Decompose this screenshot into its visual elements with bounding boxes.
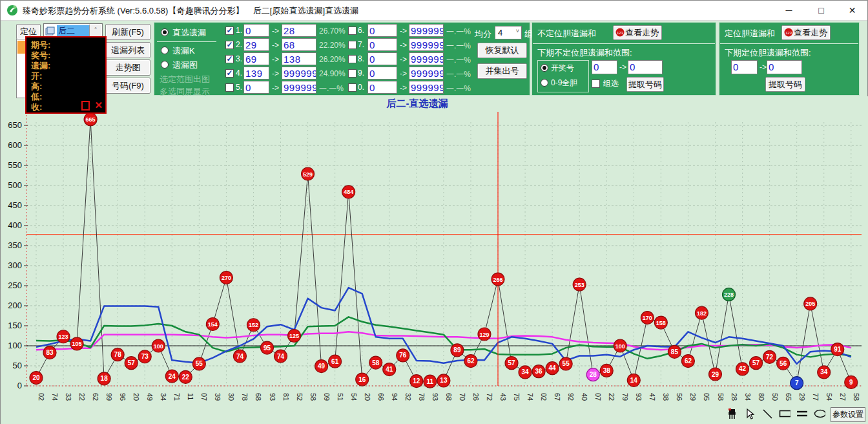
x-tick-label: 51 [336,393,344,401]
fix-to-input[interactable]: 0 [767,60,802,74]
x-tick-label: 29 [798,393,806,401]
fix-panel: 定位胆遗漏和 查看走势 123 下期定位胆遗漏和范围: 0 -> 0 提取号码 [719,22,860,96]
nofix-extract-button[interactable]: 提取号码 [626,77,664,92]
range-to-input[interactable]: 999999 [409,52,444,65]
nofix-to-input[interactable]: 0 [628,60,663,74]
minimize-button[interactable]: ─ [774,1,803,20]
x-tick-label: 54 [825,393,833,401]
range-from-input[interactable]: 0 [367,24,397,37]
range-from-input[interactable]: 139 [243,67,269,80]
data-point-value: 158 [656,320,666,326]
y-tick-label: 600 [8,140,22,150]
nofix-from-input[interactable]: 0 [592,60,617,74]
data-point-value: 76 [399,352,407,359]
drawing-toolbar: X [727,405,843,422]
range-from-input[interactable]: 0 [367,67,397,80]
radio-draw-number[interactable] [541,64,548,72]
range-row-checkbox[interactable] [348,26,356,35]
range-row-checkbox[interactable]: ✓ [225,55,234,63]
group-select-checkbox[interactable] [592,80,600,88]
x-tick-label: 78 [418,393,426,401]
y-tick-label: 250 [8,281,22,290]
range-to-input[interactable]: 999999 [409,24,444,37]
restore-default-button[interactable]: 恢复默认 [477,43,527,58]
data-point-value: 7 [795,379,799,387]
x-tick-label: 68 [254,393,262,401]
data-point-value: 74 [277,353,285,360]
range-to-input[interactable]: 999999 [282,67,316,80]
radio-direct-miss[interactable] [161,28,169,36]
range-row-checkbox[interactable] [348,55,356,63]
ellipse-icon[interactable] [814,408,825,419]
data-point-value: 253 [575,282,584,288]
data-point-value: 29 [712,371,719,378]
range-row-checkbox[interactable]: ✓ [225,41,234,49]
range-to-input[interactable]: 28 [282,24,316,37]
close-button[interactable]: ✕ [838,1,867,20]
data-point-value: 28 [590,371,597,378]
x-tick-label: 20 [364,393,371,401]
x-tick-label: 26 [472,393,480,401]
radio-all-0-9[interactable] [541,79,548,87]
data-point-value: 14 [630,377,638,384]
fix-extract-button[interactable]: 提取号码 [765,77,805,92]
range-to-input[interactable]: 999999 [409,81,444,94]
range-to-input[interactable]: 68 [282,38,316,51]
miss-list-button[interactable]: 遗漏列表 [105,42,150,58]
x-tick-label: 58 [309,393,317,401]
range-to-input[interactable]: 999999 [409,67,444,80]
fix-from-input[interactable]: 0 [731,60,758,74]
fix-subtitle: 下期定位胆遗漏和范围: [725,47,811,59]
range-row-checkbox[interactable]: ✓ [225,26,234,35]
refresh-button[interactable]: 刷新(F5) [105,24,150,40]
double-line-icon[interactable] [796,408,808,419]
radio-miss-chart[interactable] [161,61,169,69]
x-tick-label: 93 [635,393,643,401]
range-from-input[interactable]: 0 [243,81,269,94]
range-arrow: -> [400,41,407,50]
union-output-button[interactable]: 并集出号 [477,63,527,79]
app-window: 臻奇妙彩票趋势分析系统 (Ver:5.6.0.58)【奇趣腾讯分分彩】 后二[原… [0,0,868,424]
range-row-checkbox[interactable] [348,83,356,92]
x-tick-label: 49 [146,393,154,401]
range-from-input[interactable]: 0 [367,81,397,94]
parameter-settings-button[interactable]: 参数设置 [831,407,865,422]
radio-miss-k[interactable] [161,47,169,54]
x-tick-label: 02 [540,393,548,401]
brush-icon[interactable] [727,408,738,419]
range-row-checkbox[interactable] [348,69,356,78]
rect-icon[interactable] [779,408,790,419]
line-icon[interactable] [761,408,773,419]
range-from-input[interactable]: 29 [243,38,269,51]
data-point-value: 665 [86,116,96,123]
svg-text:123: 123 [785,31,792,35]
range-from-input[interactable]: 0 [367,38,397,51]
x-tick-label: 66 [377,393,385,401]
range-to-input[interactable]: 999999 [282,81,316,94]
radio-all-0-9-label: 0-9全胆 [551,78,577,89]
data-point-value: 205 [805,301,815,307]
range-to-input[interactable]: 138 [282,52,316,65]
cursor-icon[interactable] [744,408,756,419]
range-from-input[interactable]: 0 [243,24,269,37]
x-tick-label: 74 [526,393,534,401]
numbers-button[interactable]: 号码(F9) [105,78,150,94]
range-row-checkbox[interactable] [225,83,234,92]
split-count-select[interactable]: 4 ˅ [495,26,522,39]
range-row-checkbox[interactable] [348,41,356,49]
tooltip-maximize-icon[interactable] [81,101,90,111]
data-point-value: 11 [427,378,434,385]
maximize-button[interactable]: □ [807,1,836,20]
y-tick-label: 500 [8,180,22,190]
combobox-caret-button[interactable]: ˆ [89,25,101,37]
range-from-input[interactable]: 69 [243,52,269,65]
tooltip-close-icon[interactable]: ✕ [94,100,103,111]
range-from-input[interactable]: 0 [367,52,397,65]
range-row-number: 0. [358,83,364,92]
data-point-value: 73 [141,353,149,360]
range-to-input[interactable]: 999999 [409,38,444,51]
svg-text:123: 123 [617,31,624,35]
range-row-checkbox[interactable]: ✓ [225,69,234,78]
trend-chart-button[interactable]: 走势图 [105,59,150,76]
x-tick-label: 56 [676,393,683,401]
